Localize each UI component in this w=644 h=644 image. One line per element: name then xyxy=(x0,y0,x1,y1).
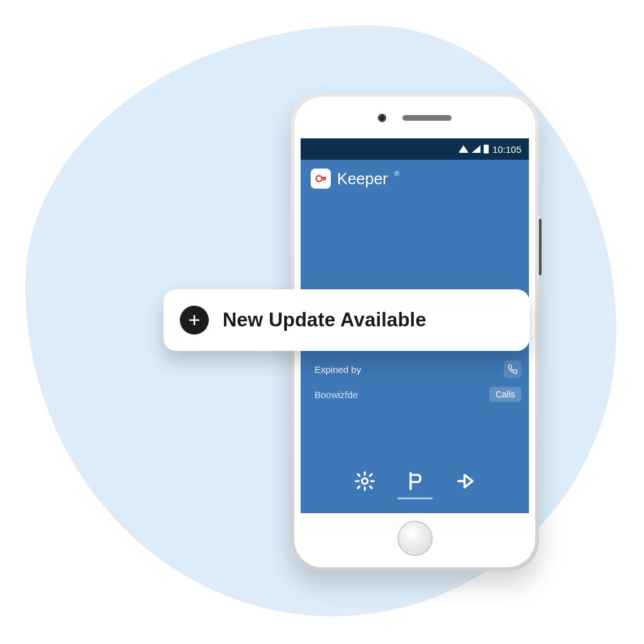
list-item[interactable]: Expined by xyxy=(314,356,521,382)
app-logo-icon xyxy=(311,169,331,189)
list-item-label: Expined by xyxy=(314,364,361,375)
phone-hardware-top xyxy=(294,97,535,138)
phone-icon[interactable] xyxy=(504,360,521,378)
calls-chip[interactable]: Calls xyxy=(489,387,521,402)
update-banner[interactable]: New Update Available xyxy=(164,289,530,351)
status-bar: 10:105 xyxy=(301,138,529,160)
battery-icon xyxy=(484,145,489,153)
status-icons xyxy=(458,145,489,153)
cell-signal-icon xyxy=(472,145,480,153)
nav-indicator xyxy=(397,497,433,499)
content-list: Expined by Boowizfde Calls xyxy=(314,347,521,406)
bottom-nav xyxy=(301,459,529,503)
settings-icon[interactable] xyxy=(354,470,375,492)
home-button[interactable] xyxy=(397,521,433,556)
app-header: Keeper ® xyxy=(301,160,529,197)
list-item[interactable]: Boowizfde Calls xyxy=(314,382,521,406)
plus-icon xyxy=(180,306,209,335)
trademark-symbol: ® xyxy=(394,170,399,177)
status-clock: 10:105 xyxy=(492,144,521,155)
flag-icon[interactable] xyxy=(404,470,426,492)
svg-point-1 xyxy=(362,478,367,484)
earpiece-speaker xyxy=(402,115,452,121)
svg-point-0 xyxy=(316,175,322,181)
front-camera xyxy=(378,114,386,122)
app-title: Keeper xyxy=(337,170,388,188)
arrow-right-icon[interactable] xyxy=(455,470,476,492)
list-item-label: Boowizfde xyxy=(314,389,358,400)
wifi-icon xyxy=(458,145,469,153)
update-banner-text: New Update Available xyxy=(223,309,426,331)
